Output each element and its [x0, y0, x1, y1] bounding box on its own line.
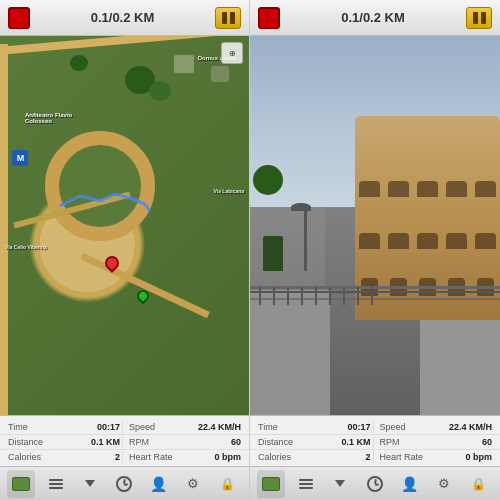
stop-icon-left	[14, 13, 24, 23]
stats-row-2-left: Distance 0.1 KM RPM 60	[0, 435, 249, 450]
distance-stat-value-left: 0.1 KM	[91, 437, 120, 447]
rpm-stat-right: RPM 60	[373, 436, 495, 448]
speed-value-right: 22.4 KM/H	[449, 422, 492, 432]
speed-label-right: Speed	[380, 422, 406, 432]
pause-bar-3	[473, 12, 478, 24]
nav-list-left[interactable]	[42, 470, 70, 498]
lock-icon-left: 🔒	[220, 477, 235, 491]
stop-button-right[interactable]	[258, 7, 280, 29]
stats-right: Time 00:17 Speed 22.4 KM/H Distance 0.1 …	[250, 415, 500, 466]
stats-row-1-right: Time 00:17 Speed 22.4 KM/H	[250, 420, 500, 435]
rpm-label-right: RPM	[380, 437, 400, 447]
nav-clock-left[interactable]	[110, 470, 138, 498]
main-container: 0.1/0.2 KM Anfitea	[0, 0, 500, 500]
stats-row-1-left: Time 00:17 Speed 22.4 KM/H	[0, 420, 249, 435]
right-panel: 0.1/0.2 KM	[250, 0, 500, 500]
lamp-post	[300, 203, 311, 271]
heartrate-stat-left: Heart Rate 0 bpm	[122, 451, 243, 463]
calories-stat-right: Calories 2	[256, 451, 373, 463]
calories-stat-left: Calories 2	[6, 451, 122, 463]
nav-map-left[interactable]	[7, 470, 35, 498]
nav-chevron-left[interactable]	[76, 470, 104, 498]
lock-icon-right: 🔒	[471, 477, 486, 491]
distance-stat-label-right: Distance	[258, 437, 293, 447]
nav-map-right[interactable]	[257, 470, 285, 498]
label-street2: Via Labicana	[214, 188, 244, 194]
bottom-nav-right: 👤 ⚙ 🔒	[250, 466, 500, 500]
speed-stat-left: Speed 22.4 KM/H	[122, 421, 243, 433]
list-icon-right	[297, 477, 315, 491]
road-vertical	[0, 44, 8, 415]
pause-button-left[interactable]	[215, 7, 241, 29]
building-2	[211, 66, 229, 82]
chevron-down-icon-right	[335, 480, 345, 487]
map-icon-right	[262, 477, 280, 491]
calories-label-left: Calories	[8, 452, 41, 462]
heartrate-label-left: Heart Rate	[129, 452, 173, 462]
heartrate-stat-right: Heart Rate 0 bpm	[373, 451, 495, 463]
tree-trunk	[263, 236, 283, 271]
chevron-down-icon-left	[85, 480, 95, 487]
person-icon-left: 👤	[150, 476, 167, 492]
time-value-right: 00:17	[347, 422, 370, 432]
stats-left: Time 00:17 Speed 22.4 KM/H Distance 0.1 …	[0, 415, 249, 466]
heartrate-value-right: 0 bpm	[465, 452, 492, 462]
railing-svg	[250, 287, 500, 307]
distance-stat-right: Distance 0.1 KM	[256, 436, 373, 448]
calories-value-left: 2	[115, 452, 120, 462]
top-bar-right: 0.1/0.2 KM	[250, 0, 500, 36]
calories-label-right: Calories	[258, 452, 291, 462]
nav-person-left[interactable]: 👤	[145, 470, 173, 498]
list-icon-left	[47, 477, 65, 491]
nav-list-right[interactable]	[292, 470, 320, 498]
heartrate-label-right: Heart Rate	[380, 452, 424, 462]
marker-green	[137, 290, 149, 302]
nav-settings-left[interactable]: ⚙	[179, 470, 207, 498]
metro-icon: M	[12, 150, 28, 166]
distance-left: 0.1/0.2 KM	[30, 10, 215, 25]
distance-right: 0.1/0.2 KM	[280, 10, 466, 25]
bottom-nav-left: 👤 ⚙ 🔒	[0, 466, 249, 500]
marker-red	[105, 256, 119, 270]
compass: ⊕	[221, 42, 243, 64]
road-horizontal	[0, 36, 249, 55]
rpm-stat-left: RPM 60	[122, 436, 243, 448]
map-satellite-view[interactable]: Anfiteatro FlavioColosseo Domus Aurea Vi…	[0, 36, 249, 415]
label-street1: Via Celio Vibenna	[5, 244, 47, 250]
stop-button-left[interactable]	[8, 7, 30, 29]
stats-row-3-right: Calories 2 Heart Rate 0 bpm	[250, 450, 500, 464]
time-value-left: 00:17	[97, 422, 120, 432]
road-diagonal-1	[80, 253, 210, 319]
lamp-pole	[304, 211, 307, 271]
nav-clock-right[interactable]	[361, 470, 389, 498]
tree-2	[149, 81, 171, 101]
rpm-value-right: 60	[482, 437, 492, 447]
distance-stat-left: Distance 0.1 KM	[6, 436, 122, 448]
settings-icon-right: ⚙	[438, 476, 450, 491]
nav-lock-left[interactable]: 🔒	[214, 470, 242, 498]
satellite-bg: Anfiteatro FlavioColosseo Domus Aurea Vi…	[0, 36, 249, 415]
rpm-value-left: 60	[231, 437, 241, 447]
speed-value-left: 22.4 KM/H	[198, 422, 241, 432]
building-1	[174, 55, 194, 73]
distance-stat-label-left: Distance	[8, 437, 43, 447]
pause-button-right[interactable]	[466, 7, 492, 29]
street-view[interactable]	[250, 36, 500, 415]
heartrate-value-left: 0 bpm	[214, 452, 241, 462]
arch-row-mid	[355, 229, 500, 249]
arch-row-top	[355, 177, 500, 197]
distance-stat-value-right: 0.1 KM	[341, 437, 370, 447]
settings-icon-left: ⚙	[187, 476, 199, 491]
tree-3	[70, 55, 88, 71]
map-icon-left	[12, 477, 30, 491]
nav-chevron-right[interactable]	[326, 470, 354, 498]
nav-lock-right[interactable]: 🔒	[465, 470, 493, 498]
label-colosseum: Anfiteatro FlavioColosseo	[25, 112, 72, 124]
time-label-left: Time	[8, 422, 28, 432]
time-stat-right: Time 00:17	[256, 421, 373, 433]
sidewalk-left	[250, 290, 330, 415]
nav-settings-right[interactable]: ⚙	[430, 470, 458, 498]
nav-person-right[interactable]: 👤	[396, 470, 424, 498]
pause-bar-4	[481, 12, 486, 24]
person-icon-right: 👤	[401, 476, 418, 492]
